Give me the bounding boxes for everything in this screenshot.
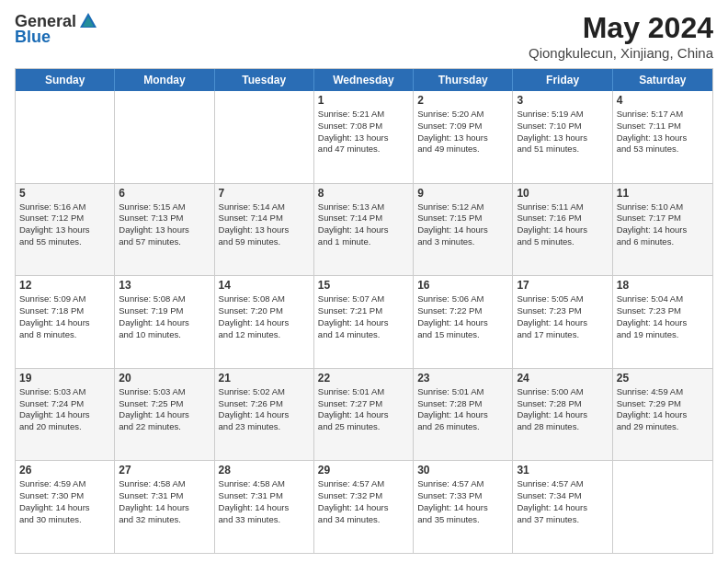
cal-cell-3-4: 15Sunrise: 5:07 AMSunset: 7:21 PMDayligh… <box>314 276 414 368</box>
cell-line-2: Sunset: 7:09 PM <box>417 121 508 132</box>
calendar-row-2: 5Sunrise: 5:16 AMSunset: 7:12 PMDaylight… <box>16 184 712 277</box>
cal-header-friday: Friday <box>513 69 612 91</box>
cell-line-2: Sunset: 7:29 PM <box>617 398 709 410</box>
subtitle: Qiongkulecun, Xinjiang, China <box>529 45 713 61</box>
cell-line-3: Daylight: 13 hours <box>19 224 110 236</box>
day-number: 13 <box>119 279 210 292</box>
cell-line-3: Daylight: 14 hours <box>19 502 110 514</box>
cell-line-2: Sunset: 7:19 PM <box>119 305 210 317</box>
day-number: 25 <box>617 372 709 385</box>
cell-line-3: Daylight: 14 hours <box>517 409 608 421</box>
cell-line-3: Daylight: 14 hours <box>417 409 508 421</box>
day-number: 17 <box>517 279 608 292</box>
day-number: 15 <box>318 279 409 292</box>
cell-line-1: Sunrise: 5:12 AM <box>417 201 508 213</box>
cell-line-4: and 23 minutes. <box>219 421 310 433</box>
cell-line-1: Sunrise: 4:58 AM <box>119 478 210 490</box>
cal-cell-4-1: 19Sunrise: 5:03 AMSunset: 7:24 PMDayligh… <box>16 369 115 461</box>
cal-cell-4-6: 24Sunrise: 5:00 AMSunset: 7:28 PMDayligh… <box>513 369 612 461</box>
day-number: 28 <box>219 464 310 477</box>
cell-line-1: Sunrise: 5:17 AM <box>617 109 709 121</box>
cal-cell-4-3: 21Sunrise: 5:02 AMSunset: 7:26 PMDayligh… <box>215 369 314 461</box>
day-number: 23 <box>417 372 508 385</box>
cell-line-1: Sunrise: 5:08 AM <box>219 293 310 305</box>
cell-line-4: and 22 minutes. <box>119 421 210 433</box>
logo-icon <box>78 11 98 31</box>
cell-line-1: Sunrise: 5:13 AM <box>318 201 409 213</box>
calendar-body: 1Sunrise: 5:21 AMSunset: 7:08 PMDaylight… <box>16 91 712 553</box>
day-number: 27 <box>119 464 210 477</box>
cell-line-1: Sunrise: 5:01 AM <box>318 386 409 398</box>
day-number: 1 <box>318 94 409 107</box>
cal-cell-4-4: 22Sunrise: 5:01 AMSunset: 7:27 PMDayligh… <box>314 369 414 461</box>
day-number: 3 <box>517 94 608 107</box>
day-number: 6 <box>119 187 210 200</box>
cal-cell-1-6: 3Sunrise: 5:19 AMSunset: 7:10 PMDaylight… <box>513 91 612 183</box>
cal-header-monday: Monday <box>115 69 214 91</box>
cell-line-3: Daylight: 14 hours <box>617 317 709 329</box>
cell-line-1: Sunrise: 5:00 AM <box>517 386 608 398</box>
cal-cell-3-2: 13Sunrise: 5:08 AMSunset: 7:19 PMDayligh… <box>115 276 214 368</box>
cell-line-4: and 3 minutes. <box>417 236 508 248</box>
cell-line-2: Sunset: 7:32 PM <box>318 490 409 502</box>
cell-line-4: and 14 minutes. <box>318 329 409 341</box>
cell-line-3: Daylight: 14 hours <box>119 409 210 421</box>
cell-line-3: Daylight: 14 hours <box>617 409 709 421</box>
day-number: 18 <box>617 279 709 292</box>
day-number: 4 <box>617 94 709 107</box>
cell-line-2: Sunset: 7:13 PM <box>119 213 210 224</box>
cell-line-3: Daylight: 14 hours <box>517 502 608 514</box>
cell-line-3: Daylight: 14 hours <box>119 317 210 329</box>
cell-line-1: Sunrise: 4:58 AM <box>219 478 310 490</box>
cell-line-4: and 28 minutes. <box>517 421 608 433</box>
cell-line-2: Sunset: 7:15 PM <box>417 213 508 224</box>
cell-line-2: Sunset: 7:16 PM <box>517 213 608 224</box>
cell-line-3: Daylight: 13 hours <box>417 132 508 144</box>
cell-line-2: Sunset: 7:33 PM <box>417 490 508 502</box>
day-number: 5 <box>19 187 110 200</box>
cell-line-2: Sunset: 7:17 PM <box>617 213 709 224</box>
cell-line-3: Daylight: 14 hours <box>417 502 508 514</box>
cell-line-4: and 29 minutes. <box>617 421 709 433</box>
cell-line-1: Sunrise: 5:04 AM <box>617 293 709 305</box>
cell-line-2: Sunset: 7:23 PM <box>617 305 709 317</box>
cal-header-thursday: Thursday <box>414 69 513 91</box>
cal-cell-2-5: 9Sunrise: 5:12 AMSunset: 7:15 PMDaylight… <box>414 184 513 276</box>
cell-line-4: and 25 minutes. <box>318 421 409 433</box>
cal-cell-2-7: 11Sunrise: 5:10 AMSunset: 7:17 PMDayligh… <box>613 184 712 276</box>
cell-line-2: Sunset: 7:30 PM <box>19 490 110 502</box>
cell-line-3: Daylight: 13 hours <box>119 224 210 236</box>
day-number: 20 <box>119 372 210 385</box>
cell-line-2: Sunset: 7:08 PM <box>318 121 409 132</box>
cell-line-1: Sunrise: 4:57 AM <box>318 478 409 490</box>
cell-line-3: Daylight: 14 hours <box>119 502 210 514</box>
cell-line-1: Sunrise: 5:20 AM <box>417 109 508 121</box>
cell-line-4: and 19 minutes. <box>617 329 709 341</box>
cal-cell-1-4: 1Sunrise: 5:21 AMSunset: 7:08 PMDaylight… <box>314 91 414 183</box>
day-number: 26 <box>19 464 110 477</box>
cal-cell-5-7 <box>613 461 712 553</box>
cell-line-1: Sunrise: 5:19 AM <box>517 109 608 121</box>
cell-line-1: Sunrise: 5:21 AM <box>318 109 409 121</box>
cal-cell-4-5: 23Sunrise: 5:01 AMSunset: 7:28 PMDayligh… <box>414 369 513 461</box>
logo: General Blue <box>15 11 98 47</box>
cell-line-3: Daylight: 14 hours <box>318 502 409 514</box>
cell-line-4: and 37 minutes. <box>517 514 608 526</box>
cal-cell-1-1 <box>16 91 115 183</box>
cell-line-2: Sunset: 7:10 PM <box>517 121 608 132</box>
cell-line-1: Sunrise: 5:03 AM <box>19 386 110 398</box>
cell-line-1: Sunrise: 5:03 AM <box>119 386 210 398</box>
cell-line-1: Sunrise: 5:01 AM <box>417 386 508 398</box>
cell-line-3: Daylight: 14 hours <box>417 224 508 236</box>
cell-line-2: Sunset: 7:26 PM <box>219 398 310 410</box>
cell-line-2: Sunset: 7:12 PM <box>19 213 110 224</box>
cal-cell-1-3 <box>215 91 314 183</box>
cell-line-2: Sunset: 7:14 PM <box>219 213 310 224</box>
calendar-row-4: 19Sunrise: 5:03 AMSunset: 7:24 PMDayligh… <box>16 369 712 462</box>
cell-line-4: and 10 minutes. <box>119 329 210 341</box>
cell-line-2: Sunset: 7:11 PM <box>617 121 709 132</box>
cell-line-4: and 57 minutes. <box>119 236 210 248</box>
cell-line-1: Sunrise: 4:57 AM <box>417 478 508 490</box>
cell-line-4: and 34 minutes. <box>318 514 409 526</box>
cell-line-3: Daylight: 14 hours <box>318 317 409 329</box>
